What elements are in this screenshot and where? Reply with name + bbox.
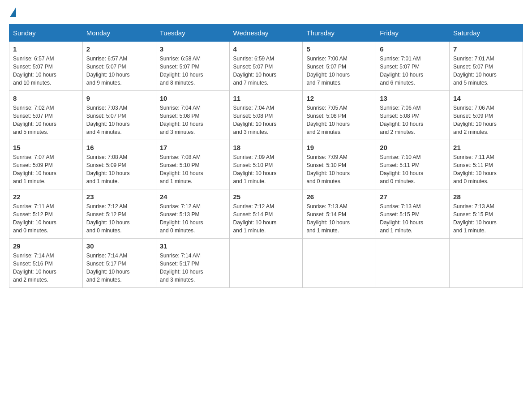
day-info: Sunrise: 6:58 AMSunset: 5:07 PMDaylight:… [160, 56, 203, 86]
calendar-week-row: 29 Sunrise: 7:14 AMSunset: 5:16 PMDaylig… [9, 239, 523, 288]
day-info: Sunrise: 7:13 AMSunset: 5:15 PMDaylight:… [380, 203, 423, 234]
calendar-day-cell: 10 Sunrise: 7:04 AMSunset: 5:08 PMDaylig… [156, 91, 229, 140]
calendar-day-cell: 19 Sunrise: 7:09 AMSunset: 5:10 PMDaylig… [303, 140, 376, 189]
day-info: Sunrise: 7:02 AMSunset: 5:07 PMDaylight:… [13, 105, 56, 135]
day-info: Sunrise: 7:01 AMSunset: 5:07 PMDaylight:… [380, 56, 423, 86]
calendar-day-cell: 12 Sunrise: 7:05 AMSunset: 5:08 PMDaylig… [303, 91, 376, 140]
calendar-day-cell: 21 Sunrise: 7:11 AMSunset: 5:11 PMDaylig… [450, 140, 523, 189]
day-info: Sunrise: 7:14 AMSunset: 5:17 PMDaylight:… [86, 253, 130, 283]
day-of-week-header: Sunday [9, 25, 83, 42]
calendar-day-cell [450, 239, 523, 288]
day-number: 30 [86, 242, 152, 250]
day-info: Sunrise: 7:08 AMSunset: 5:10 PMDaylight:… [160, 154, 203, 184]
day-info: Sunrise: 7:09 AMSunset: 5:10 PMDaylight:… [306, 154, 350, 184]
calendar-day-cell [303, 239, 376, 288]
day-number: 6 [380, 45, 446, 53]
calendar-day-cell: 29 Sunrise: 7:14 AMSunset: 5:16 PMDaylig… [9, 239, 83, 288]
logo-triangle-icon [10, 7, 16, 17]
day-info: Sunrise: 7:13 AMSunset: 5:15 PMDaylight:… [453, 203, 497, 234]
day-number: 26 [306, 193, 372, 201]
calendar-day-cell: 18 Sunrise: 7:09 AMSunset: 5:10 PMDaylig… [229, 140, 303, 189]
day-info: Sunrise: 7:04 AMSunset: 5:08 PMDaylight:… [160, 105, 203, 135]
day-number: 1 [13, 45, 79, 53]
calendar-day-cell: 28 Sunrise: 7:13 AMSunset: 5:15 PMDaylig… [450, 189, 523, 239]
calendar-day-cell [229, 239, 303, 288]
day-info: Sunrise: 7:11 AMSunset: 5:12 PMDaylight:… [13, 203, 56, 234]
day-info: Sunrise: 6:59 AMSunset: 5:07 PMDaylight:… [233, 56, 277, 86]
calendar-day-cell: 24 Sunrise: 7:12 AMSunset: 5:13 PMDaylig… [156, 189, 229, 239]
day-number: 21 [453, 144, 519, 151]
day-of-week-header: Wednesday [229, 25, 303, 42]
day-info: Sunrise: 7:12 AMSunset: 5:14 PMDaylight:… [233, 203, 277, 234]
calendar-day-cell: 14 Sunrise: 7:06 AMSunset: 5:09 PMDaylig… [450, 91, 523, 140]
calendar-day-cell [376, 239, 450, 288]
day-number: 2 [86, 45, 152, 53]
calendar-day-cell: 13 Sunrise: 7:06 AMSunset: 5:08 PMDaylig… [376, 91, 450, 140]
day-info: Sunrise: 7:00 AMSunset: 5:07 PMDaylight:… [306, 56, 350, 86]
day-number: 3 [160, 45, 226, 53]
day-info: Sunrise: 7:03 AMSunset: 5:07 PMDaylight:… [86, 105, 130, 135]
day-info: Sunrise: 7:11 AMSunset: 5:11 PMDaylight:… [453, 154, 497, 184]
day-number: 8 [13, 94, 79, 102]
day-info: Sunrise: 7:05 AMSunset: 5:08 PMDaylight:… [306, 105, 350, 135]
calendar-day-cell: 23 Sunrise: 7:12 AMSunset: 5:12 PMDaylig… [82, 189, 156, 239]
day-number: 16 [86, 144, 152, 151]
calendar-day-cell: 3 Sunrise: 6:58 AMSunset: 5:07 PMDayligh… [156, 42, 229, 91]
day-number: 18 [233, 144, 299, 151]
calendar-day-cell: 6 Sunrise: 7:01 AMSunset: 5:07 PMDayligh… [376, 42, 450, 91]
day-info: Sunrise: 6:57 AMSunset: 5:07 PMDaylight:… [13, 56, 56, 86]
day-of-week-header: Monday [82, 25, 156, 42]
day-number: 9 [86, 94, 152, 102]
logo [9, 9, 16, 15]
day-number: 14 [453, 94, 519, 102]
day-of-week-header: Friday [376, 25, 450, 42]
day-number: 10 [160, 94, 226, 102]
day-info: Sunrise: 7:07 AMSunset: 5:09 PMDaylight:… [13, 154, 56, 184]
page-header [9, 9, 523, 15]
day-number: 15 [13, 144, 79, 151]
calendar-day-cell: 2 Sunrise: 6:57 AMSunset: 5:07 PMDayligh… [82, 42, 156, 91]
calendar-day-cell: 8 Sunrise: 7:02 AMSunset: 5:07 PMDayligh… [9, 91, 83, 140]
day-info: Sunrise: 7:09 AMSunset: 5:10 PMDaylight:… [233, 154, 277, 184]
day-of-week-header: Saturday [450, 25, 523, 42]
calendar-day-cell: 31 Sunrise: 7:14 AMSunset: 5:17 PMDaylig… [156, 239, 229, 288]
calendar-day-cell: 9 Sunrise: 7:03 AMSunset: 5:07 PMDayligh… [82, 91, 156, 140]
calendar-day-cell: 30 Sunrise: 7:14 AMSunset: 5:17 PMDaylig… [82, 239, 156, 288]
day-number: 17 [160, 144, 226, 151]
calendar-week-row: 8 Sunrise: 7:02 AMSunset: 5:07 PMDayligh… [9, 91, 523, 140]
day-number: 29 [13, 242, 79, 250]
calendar-week-row: 15 Sunrise: 7:07 AMSunset: 5:09 PMDaylig… [9, 140, 523, 189]
calendar-table: SundayMondayTuesdayWednesdayThursdayFrid… [9, 24, 523, 288]
calendar-day-cell: 15 Sunrise: 7:07 AMSunset: 5:09 PMDaylig… [9, 140, 83, 189]
day-number: 4 [233, 45, 299, 53]
day-of-week-header: Thursday [303, 25, 376, 42]
calendar-day-cell: 26 Sunrise: 7:13 AMSunset: 5:14 PMDaylig… [303, 189, 376, 239]
calendar-day-cell: 5 Sunrise: 7:00 AMSunset: 5:07 PMDayligh… [303, 42, 376, 91]
day-info: Sunrise: 7:06 AMSunset: 5:09 PMDaylight:… [453, 105, 497, 135]
day-info: Sunrise: 7:12 AMSunset: 5:13 PMDaylight:… [160, 203, 203, 234]
day-info: Sunrise: 7:12 AMSunset: 5:12 PMDaylight:… [86, 203, 130, 234]
day-info: Sunrise: 7:14 AMSunset: 5:16 PMDaylight:… [13, 253, 56, 283]
day-info: Sunrise: 7:14 AMSunset: 5:17 PMDaylight:… [160, 253, 203, 283]
day-info: Sunrise: 7:06 AMSunset: 5:08 PMDaylight:… [380, 105, 423, 135]
calendar-day-cell: 11 Sunrise: 7:04 AMSunset: 5:08 PMDaylig… [229, 91, 303, 140]
day-number: 20 [380, 144, 446, 151]
calendar-day-cell: 1 Sunrise: 6:57 AMSunset: 5:07 PMDayligh… [9, 42, 83, 91]
day-info: Sunrise: 7:01 AMSunset: 5:07 PMDaylight:… [453, 56, 497, 86]
day-number: 22 [13, 193, 79, 201]
calendar-day-cell: 27 Sunrise: 7:13 AMSunset: 5:15 PMDaylig… [376, 189, 450, 239]
calendar-week-row: 22 Sunrise: 7:11 AMSunset: 5:12 PMDaylig… [9, 189, 523, 239]
day-number: 11 [233, 94, 299, 102]
day-number: 5 [306, 45, 372, 53]
calendar-day-cell: 25 Sunrise: 7:12 AMSunset: 5:14 PMDaylig… [229, 189, 303, 239]
calendar-header-row: SundayMondayTuesdayWednesdayThursdayFrid… [9, 25, 523, 42]
day-number: 31 [160, 242, 226, 250]
day-number: 19 [306, 144, 372, 151]
day-info: Sunrise: 7:10 AMSunset: 5:11 PMDaylight:… [380, 154, 423, 184]
day-info: Sunrise: 7:04 AMSunset: 5:08 PMDaylight:… [233, 105, 277, 135]
calendar-day-cell: 7 Sunrise: 7:01 AMSunset: 5:07 PMDayligh… [450, 42, 523, 91]
day-number: 23 [86, 193, 152, 201]
day-number: 12 [306, 94, 372, 102]
day-info: Sunrise: 7:08 AMSunset: 5:09 PMDaylight:… [86, 154, 130, 184]
day-of-week-header: Tuesday [156, 25, 229, 42]
